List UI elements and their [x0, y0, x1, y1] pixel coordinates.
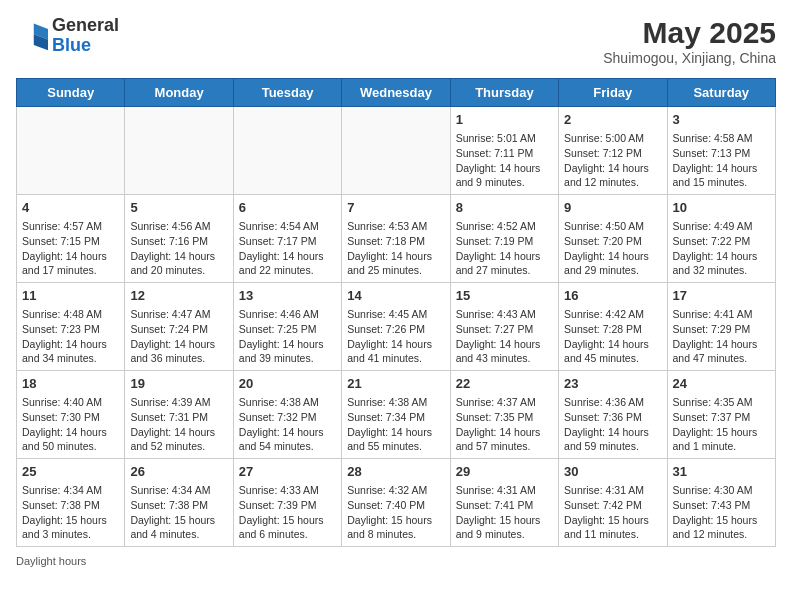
- calendar-cell: 24Sunrise: 4:35 AM Sunset: 7:37 PM Dayli…: [667, 371, 775, 459]
- calendar-cell: 7Sunrise: 4:53 AM Sunset: 7:18 PM Daylig…: [342, 195, 450, 283]
- calendar-cell: 28Sunrise: 4:32 AM Sunset: 7:40 PM Dayli…: [342, 459, 450, 547]
- calendar-cell: 9Sunrise: 4:50 AM Sunset: 7:20 PM Daylig…: [559, 195, 667, 283]
- calendar-cell: 10Sunrise: 4:49 AM Sunset: 7:22 PM Dayli…: [667, 195, 775, 283]
- day-info: Sunrise: 4:38 AM Sunset: 7:32 PM Dayligh…: [239, 395, 336, 454]
- calendar-cell: 29Sunrise: 4:31 AM Sunset: 7:41 PM Dayli…: [450, 459, 558, 547]
- day-info: Sunrise: 4:37 AM Sunset: 7:35 PM Dayligh…: [456, 395, 553, 454]
- day-number: 24: [673, 375, 770, 393]
- calendar-cell: 26Sunrise: 4:34 AM Sunset: 7:38 PM Dayli…: [125, 459, 233, 547]
- calendar-cell: 27Sunrise: 4:33 AM Sunset: 7:39 PM Dayli…: [233, 459, 341, 547]
- calendar-cell: [233, 107, 341, 195]
- day-info: Sunrise: 5:00 AM Sunset: 7:12 PM Dayligh…: [564, 131, 661, 190]
- day-number: 4: [22, 199, 119, 217]
- day-info: Sunrise: 4:50 AM Sunset: 7:20 PM Dayligh…: [564, 219, 661, 278]
- day-number: 28: [347, 463, 444, 481]
- day-number: 1: [456, 111, 553, 129]
- day-number: 13: [239, 287, 336, 305]
- calendar-cell: 4Sunrise: 4:57 AM Sunset: 7:15 PM Daylig…: [17, 195, 125, 283]
- calendar-cell: 5Sunrise: 4:56 AM Sunset: 7:16 PM Daylig…: [125, 195, 233, 283]
- day-number: 30: [564, 463, 661, 481]
- day-number: 6: [239, 199, 336, 217]
- footer-note: Daylight hours: [16, 555, 776, 567]
- day-info: Sunrise: 4:53 AM Sunset: 7:18 PM Dayligh…: [347, 219, 444, 278]
- calendar-cell: 16Sunrise: 4:42 AM Sunset: 7:28 PM Dayli…: [559, 283, 667, 371]
- calendar-cell: [17, 107, 125, 195]
- day-number: 19: [130, 375, 227, 393]
- day-info: Sunrise: 4:54 AM Sunset: 7:17 PM Dayligh…: [239, 219, 336, 278]
- calendar-cell: 20Sunrise: 4:38 AM Sunset: 7:32 PM Dayli…: [233, 371, 341, 459]
- calendar-cell: 2Sunrise: 5:00 AM Sunset: 7:12 PM Daylig…: [559, 107, 667, 195]
- day-info: Sunrise: 4:36 AM Sunset: 7:36 PM Dayligh…: [564, 395, 661, 454]
- day-info: Sunrise: 4:32 AM Sunset: 7:40 PM Dayligh…: [347, 483, 444, 542]
- day-header-thursday: Thursday: [450, 79, 558, 107]
- day-info: Sunrise: 4:33 AM Sunset: 7:39 PM Dayligh…: [239, 483, 336, 542]
- day-number: 23: [564, 375, 661, 393]
- calendar-cell: 31Sunrise: 4:30 AM Sunset: 7:43 PM Dayli…: [667, 459, 775, 547]
- day-info: Sunrise: 5:01 AM Sunset: 7:11 PM Dayligh…: [456, 131, 553, 190]
- day-info: Sunrise: 4:49 AM Sunset: 7:22 PM Dayligh…: [673, 219, 770, 278]
- calendar-table: SundayMondayTuesdayWednesdayThursdayFrid…: [16, 78, 776, 547]
- day-number: 11: [22, 287, 119, 305]
- day-info: Sunrise: 4:40 AM Sunset: 7:30 PM Dayligh…: [22, 395, 119, 454]
- day-number: 3: [673, 111, 770, 129]
- calendar-week-3: 11Sunrise: 4:48 AM Sunset: 7:23 PM Dayli…: [17, 283, 776, 371]
- day-header-friday: Friday: [559, 79, 667, 107]
- day-info: Sunrise: 4:57 AM Sunset: 7:15 PM Dayligh…: [22, 219, 119, 278]
- day-number: 17: [673, 287, 770, 305]
- calendar-week-5: 25Sunrise: 4:34 AM Sunset: 7:38 PM Dayli…: [17, 459, 776, 547]
- day-number: 12: [130, 287, 227, 305]
- day-info: Sunrise: 4:56 AM Sunset: 7:16 PM Dayligh…: [130, 219, 227, 278]
- calendar-cell: 25Sunrise: 4:34 AM Sunset: 7:38 PM Dayli…: [17, 459, 125, 547]
- day-number: 25: [22, 463, 119, 481]
- day-header-monday: Monday: [125, 79, 233, 107]
- calendar-week-1: 1Sunrise: 5:01 AM Sunset: 7:11 PM Daylig…: [17, 107, 776, 195]
- day-header-sunday: Sunday: [17, 79, 125, 107]
- day-info: Sunrise: 4:52 AM Sunset: 7:19 PM Dayligh…: [456, 219, 553, 278]
- day-number: 7: [347, 199, 444, 217]
- calendar-week-2: 4Sunrise: 4:57 AM Sunset: 7:15 PM Daylig…: [17, 195, 776, 283]
- calendar-header: SundayMondayTuesdayWednesdayThursdayFrid…: [17, 79, 776, 107]
- logo-text: General Blue: [52, 16, 119, 56]
- day-header-saturday: Saturday: [667, 79, 775, 107]
- calendar-body: 1Sunrise: 5:01 AM Sunset: 7:11 PM Daylig…: [17, 107, 776, 547]
- title-block: May 2025 Shuimogou, Xinjiang, China: [603, 16, 776, 66]
- calendar-cell: 30Sunrise: 4:31 AM Sunset: 7:42 PM Dayli…: [559, 459, 667, 547]
- day-number: 26: [130, 463, 227, 481]
- calendar-cell: [342, 107, 450, 195]
- calendar-week-4: 18Sunrise: 4:40 AM Sunset: 7:30 PM Dayli…: [17, 371, 776, 459]
- calendar-cell: 17Sunrise: 4:41 AM Sunset: 7:29 PM Dayli…: [667, 283, 775, 371]
- day-number: 8: [456, 199, 553, 217]
- day-info: Sunrise: 4:43 AM Sunset: 7:27 PM Dayligh…: [456, 307, 553, 366]
- day-info: Sunrise: 4:31 AM Sunset: 7:42 PM Dayligh…: [564, 483, 661, 542]
- day-info: Sunrise: 4:58 AM Sunset: 7:13 PM Dayligh…: [673, 131, 770, 190]
- page-header: General Blue May 2025 Shuimogou, Xinjian…: [16, 16, 776, 66]
- day-number: 29: [456, 463, 553, 481]
- day-number: 14: [347, 287, 444, 305]
- calendar-cell: 22Sunrise: 4:37 AM Sunset: 7:35 PM Dayli…: [450, 371, 558, 459]
- day-info: Sunrise: 4:34 AM Sunset: 7:38 PM Dayligh…: [22, 483, 119, 542]
- calendar-cell: 11Sunrise: 4:48 AM Sunset: 7:23 PM Dayli…: [17, 283, 125, 371]
- day-info: Sunrise: 4:34 AM Sunset: 7:38 PM Dayligh…: [130, 483, 227, 542]
- calendar-cell: 15Sunrise: 4:43 AM Sunset: 7:27 PM Dayli…: [450, 283, 558, 371]
- day-number: 16: [564, 287, 661, 305]
- day-number: 20: [239, 375, 336, 393]
- day-number: 2: [564, 111, 661, 129]
- day-info: Sunrise: 4:30 AM Sunset: 7:43 PM Dayligh…: [673, 483, 770, 542]
- calendar-cell: 12Sunrise: 4:47 AM Sunset: 7:24 PM Dayli…: [125, 283, 233, 371]
- calendar-cell: 13Sunrise: 4:46 AM Sunset: 7:25 PM Dayli…: [233, 283, 341, 371]
- calendar-cell: 3Sunrise: 4:58 AM Sunset: 7:13 PM Daylig…: [667, 107, 775, 195]
- month-year: May 2025: [603, 16, 776, 50]
- day-number: 22: [456, 375, 553, 393]
- day-info: Sunrise: 4:45 AM Sunset: 7:26 PM Dayligh…: [347, 307, 444, 366]
- day-number: 5: [130, 199, 227, 217]
- day-info: Sunrise: 4:48 AM Sunset: 7:23 PM Dayligh…: [22, 307, 119, 366]
- calendar-cell: 1Sunrise: 5:01 AM Sunset: 7:11 PM Daylig…: [450, 107, 558, 195]
- calendar-cell: 23Sunrise: 4:36 AM Sunset: 7:36 PM Dayli…: [559, 371, 667, 459]
- day-number: 31: [673, 463, 770, 481]
- calendar-cell: 18Sunrise: 4:40 AM Sunset: 7:30 PM Dayli…: [17, 371, 125, 459]
- day-info: Sunrise: 4:42 AM Sunset: 7:28 PM Dayligh…: [564, 307, 661, 366]
- logo-icon: [16, 20, 48, 52]
- day-headers-row: SundayMondayTuesdayWednesdayThursdayFrid…: [17, 79, 776, 107]
- day-number: 9: [564, 199, 661, 217]
- day-number: 27: [239, 463, 336, 481]
